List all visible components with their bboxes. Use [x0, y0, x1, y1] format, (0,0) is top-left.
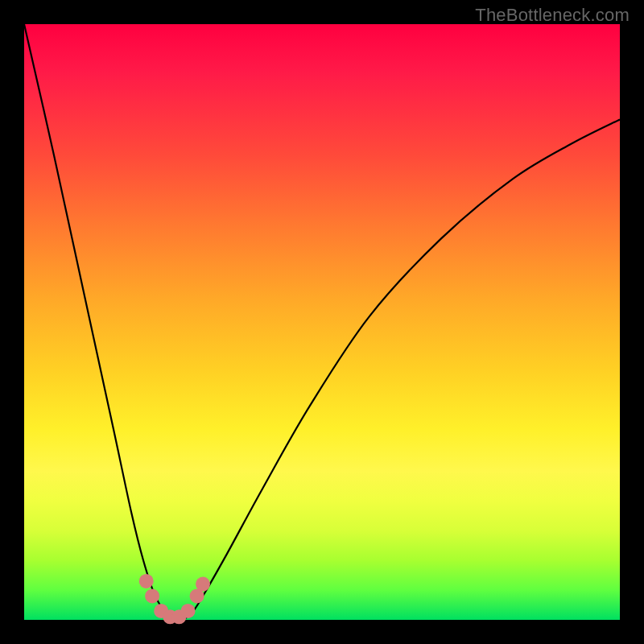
trough-marker-group: [139, 574, 210, 624]
chart-plot-area: [24, 24, 620, 620]
trough-marker-dot: [145, 588, 159, 603]
bottleneck-curve-line: [24, 24, 620, 620]
trough-marker-dot: [181, 604, 196, 618]
trough-marker-dot: [196, 577, 210, 592]
bottleneck-chart-svg: [24, 24, 620, 620]
watermark-text: TheBottleneck.com: [475, 5, 630, 26]
trough-marker-dot: [139, 574, 154, 588]
